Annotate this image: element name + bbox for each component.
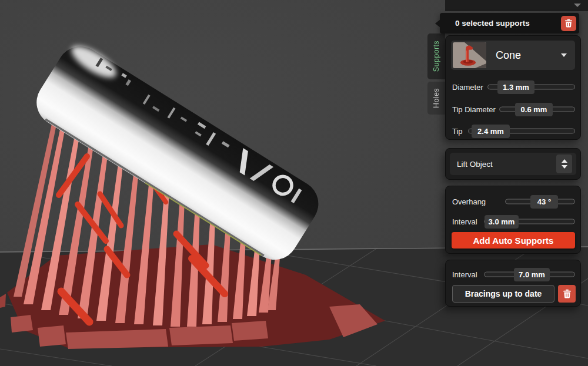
bracing-interval-label: Interval: [452, 270, 477, 279]
diameter-label: Diameter: [452, 83, 483, 92]
tab-supports[interactable]: Supports: [427, 33, 445, 79]
dropdown-caret-icon: [561, 53, 567, 57]
support-type-dropdown[interactable]: Cone: [451, 41, 575, 70]
interval-slider[interactable]: 3.0 mm: [484, 219, 575, 224]
tip-diameter-label: Tip Diameter: [452, 105, 496, 114]
bracings-status-button[interactable]: Bracings up to date: [452, 285, 554, 303]
lift-object-label: Lift Object: [457, 160, 493, 169]
tip-value[interactable]: 2.4 mm: [472, 125, 510, 138]
interval-value[interactable]: 3.0 mm: [485, 215, 519, 229]
lift-object-stepper[interactable]: [556, 155, 572, 173]
tab-holes[interactable]: Holes: [427, 82, 445, 115]
tip-diameter-value[interactable]: 0.6 mm: [515, 103, 553, 116]
stepper-up-icon[interactable]: [562, 159, 567, 163]
selection-bar-pointer-icon: [435, 19, 440, 28]
tab-supports-label: Supports: [432, 41, 440, 72]
overhang-label: Overhang: [452, 197, 486, 206]
bracings-card: Interval 7.0 mm Bracings up to date: [445, 260, 581, 307]
support-settings-card: Cone Diameter 1.3 mm Tip Diameter 0.6 mm…: [445, 35, 581, 140]
trash-icon: [563, 289, 572, 298]
selected-supports-count: 0 selected supports: [455, 19, 530, 28]
tip-slider-row: Tip 2.4 mm: [452, 124, 574, 138]
tip-slider[interactable]: 2.4 mm: [468, 129, 575, 134]
diameter-slider[interactable]: 1.3 mm: [487, 85, 575, 90]
stepper-down-icon[interactable]: [562, 165, 567, 169]
interval-slider-row: Interval 3.0 mm: [452, 214, 574, 229]
lift-object-card: Lift Object: [445, 148, 581, 180]
lift-object-row: Lift Object: [450, 153, 576, 175]
tip-label: Tip: [452, 127, 463, 136]
tab-holes-label: Holes: [432, 88, 440, 108]
bracing-interval-slider-row: Interval 7.0 mm: [452, 267, 574, 281]
add-auto-supports-button[interactable]: Add Auto Supports: [452, 232, 575, 249]
auto-supports-card: Overhang 43 ° Interval 3.0 mm Add Auto S…: [445, 186, 581, 254]
bracing-interval-value[interactable]: 7.0 mm: [514, 268, 550, 281]
selection-bar: 0 selected supports: [440, 13, 579, 33]
delete-selected-supports-button[interactable]: [561, 16, 576, 31]
tip-diameter-slider-row: Tip Diameter 0.6 mm: [452, 102, 574, 116]
bracing-interval-slider[interactable]: 7.0 mm: [484, 272, 575, 277]
overhang-slider-row: Overhang 43 °: [452, 194, 574, 209]
diameter-value[interactable]: 1.3 mm: [497, 80, 534, 94]
tip-diameter-slider[interactable]: 0.6 mm: [499, 107, 575, 112]
delete-bracings-button[interactable]: [558, 285, 576, 303]
interval-label: Interval: [452, 217, 477, 226]
trash-icon: [564, 19, 573, 28]
overhang-value[interactable]: 43 °: [530, 195, 558, 209]
overhang-slider[interactable]: 43 °: [505, 199, 575, 204]
diameter-slider-row: Diameter 1.3 mm: [452, 80, 574, 94]
chevron-down-icon[interactable]: [574, 4, 581, 7]
panel-collapse-strip[interactable]: [445, 0, 588, 11]
bracings-actions-row: Bracings up to date: [452, 285, 576, 303]
support-type-value: Cone: [496, 49, 521, 62]
cone-support-icon: [453, 42, 486, 68]
